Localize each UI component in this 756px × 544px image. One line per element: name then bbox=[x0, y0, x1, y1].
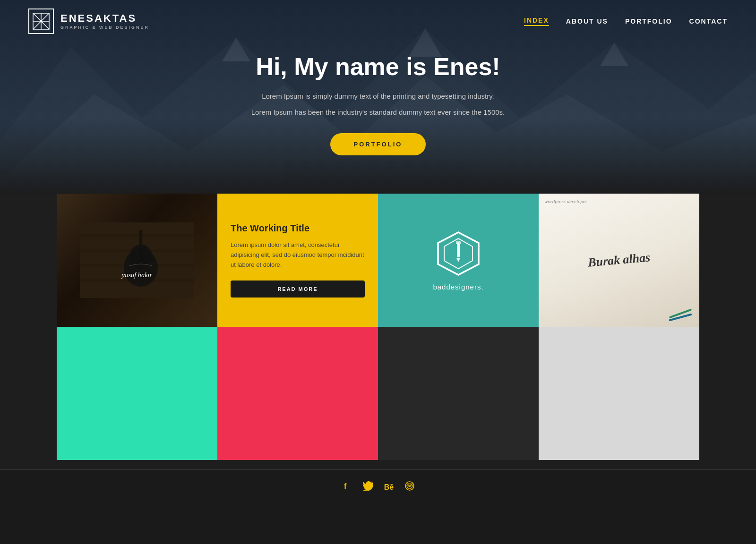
behance-icon[interactable]: Bē bbox=[384, 483, 394, 492]
nav-portfolio[interactable]: PORTFOLIO bbox=[625, 17, 672, 25]
yellow-card-body: Lorem ipsum dolor sit amet, consectetur … bbox=[231, 240, 365, 270]
grid-cell-cyan[interactable] bbox=[57, 327, 217, 460]
hero-content: Hi, My name is Enes! Lorem Ipsum is simp… bbox=[251, 52, 505, 155]
wp-label: wordpress developer bbox=[544, 198, 587, 204]
calligraphy-text: Burak alhas bbox=[587, 250, 651, 270]
logo: ENESAKTAS GRAPHIC & WEB DESIGNER bbox=[28, 8, 149, 34]
twitter-icon[interactable] bbox=[362, 481, 373, 493]
logo-subtitle: GRAPHIC & WEB DESIGNER bbox=[60, 25, 149, 30]
svg-rect-14 bbox=[80, 234, 194, 237]
nav-contact[interactable]: CONTACT bbox=[689, 17, 728, 25]
dribbble-icon[interactable] bbox=[405, 481, 414, 493]
nav-index[interactable]: INDEX bbox=[524, 17, 549, 26]
calligraphy-bg: wordpress developer Burak alhas bbox=[539, 194, 699, 327]
logo-text: ENESAKTAS GRAPHIC & WEB DESIGNER bbox=[60, 13, 149, 30]
brand-name: baddesigners. bbox=[433, 283, 483, 291]
hero-heading: Hi, My name is Enes! bbox=[251, 52, 505, 81]
svg-text:yusuf bakır: yusuf bakır bbox=[121, 271, 153, 279]
svg-text:f: f bbox=[344, 482, 347, 490]
grid-cell-calligraphy[interactable]: wordpress developer Burak alhas bbox=[539, 194, 699, 327]
grid-row-2 bbox=[57, 327, 699, 460]
grid-cell-teal[interactable]: baddesigners. bbox=[378, 194, 539, 327]
grid-cell-red[interactable] bbox=[217, 327, 378, 460]
footer: f Bē bbox=[0, 469, 756, 507]
grid-cell-yellow[interactable]: The Working Title Lorem ipsum dolor sit … bbox=[217, 194, 378, 327]
svg-rect-20 bbox=[139, 230, 142, 258]
svg-rect-24 bbox=[457, 243, 460, 257]
main-nav: INDEX ABOUT US PORTFOLIO CONTACT bbox=[524, 17, 728, 26]
hero-cta-button[interactable]: PORTFOLIO bbox=[330, 133, 426, 155]
hero-line2: Lorem Ipsum has been the industry's stan… bbox=[251, 106, 505, 119]
svg-marker-25 bbox=[456, 258, 460, 262]
header: ENESAKTAS GRAPHIC & WEB DESIGNER INDEX A… bbox=[0, 0, 756, 42]
logo-icon bbox=[28, 8, 54, 34]
guitar-inner: yusuf bakır bbox=[57, 194, 217, 327]
nav-about[interactable]: ABOUT US bbox=[566, 17, 608, 25]
svg-rect-26 bbox=[456, 241, 461, 244]
portfolio-grid: yusuf bakır The Working Title Lorem ipsu… bbox=[0, 194, 756, 469]
social-icons: f Bē bbox=[0, 481, 756, 493]
grid-cell-guitar[interactable]: yusuf bakır bbox=[57, 194, 217, 327]
read-more-button[interactable]: READ MORE bbox=[231, 280, 365, 298]
grid-row-1: yusuf bakır The Working Title Lorem ipsu… bbox=[57, 194, 699, 327]
hexagon-container: baddesigners. bbox=[433, 230, 483, 291]
hero-line1: Lorem Ipsum is simply dummy text of the … bbox=[251, 90, 505, 102]
logo-name: ENESAKTAS bbox=[60, 13, 149, 24]
grid-cell-lightgray[interactable] bbox=[539, 327, 699, 460]
facebook-icon[interactable]: f bbox=[342, 481, 351, 493]
yellow-card-title: The Working Title bbox=[231, 223, 365, 234]
grid-cell-dark[interactable] bbox=[378, 327, 539, 460]
